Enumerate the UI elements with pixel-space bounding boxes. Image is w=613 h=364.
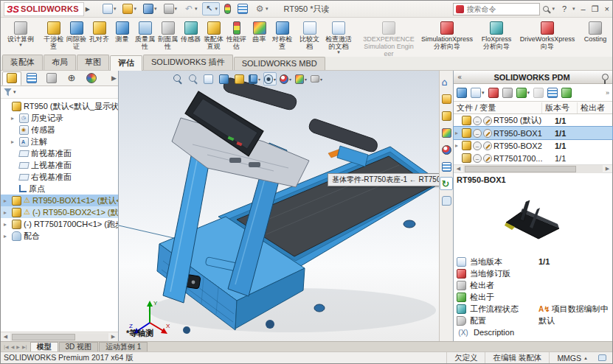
- ribbon-button-design-study[interactable]: 设计算例 ▾: [4, 19, 38, 48]
- open-button[interactable]: ▾: [120, 2, 139, 15]
- apply-scene-button[interactable]: ▾: [294, 72, 308, 85]
- ribbon-button-performance-evaluation[interactable]: 性能评估: [225, 19, 248, 51]
- appearance-toggle-button[interactable]: [222, 2, 233, 15]
- pdm-row-rt7501700[interactable]: – RT7501700... 1/1: [454, 152, 612, 164]
- tab-layout[interactable]: 布局: [44, 55, 76, 70]
- expander-icon[interactable]: ▸: [455, 130, 460, 136]
- column-version[interactable]: 版本号: [542, 102, 578, 113]
- taskpane-home-button[interactable]: ⌂: [440, 75, 453, 88]
- ribbon-button-measure[interactable]: 测量: [111, 19, 134, 43]
- get-version-button[interactable]: ▾: [471, 88, 485, 98]
- treadmill-model[interactable]: Y X Z: [119, 71, 439, 341]
- scroll-left-icon[interactable]: ◀: [1, 334, 10, 340]
- tree-item-annotations[interactable]: ▸注解: [1, 136, 118, 147]
- taskpane-pdm-button[interactable]: ↻: [440, 177, 453, 190]
- ribbon-button-compare-documents[interactable]: 比较文档: [298, 19, 321, 51]
- check-in-icon[interactable]: [502, 88, 513, 98]
- tab-solidworks-mbd[interactable]: SOLIDWORKS MBD: [234, 57, 325, 70]
- tab-configuration-manager[interactable]: [42, 71, 61, 85]
- expander-icon[interactable]: ▸: [11, 115, 17, 122]
- ribbon-button-curvature[interactable]: 曲率: [248, 19, 271, 43]
- options-list-button[interactable]: [235, 2, 250, 15]
- get-latest-version-icon[interactable]: [457, 88, 467, 98]
- solidworks-logo[interactable]: ЗS SOLIDWORKS: [4, 2, 84, 16]
- ribbon-button-sustainability[interactable]: Sustainability: [612, 19, 612, 43]
- previous-view-button[interactable]: [201, 72, 215, 85]
- taskpane-design-library-button[interactable]: [440, 92, 453, 105]
- settings-button[interactable]: ⚙▾: [252, 2, 271, 15]
- file-list-icon[interactable]: [561, 88, 572, 98]
- taskpane-file-explorer-button[interactable]: [440, 109, 453, 122]
- ribbon-button-costing[interactable]: Costing: [579, 19, 612, 43]
- ribbon-button-section-properties[interactable]: 剖面属性: [156, 19, 179, 51]
- ribbon-button-sensor[interactable]: 传感器: [179, 19, 202, 43]
- tree-item-mates[interactable]: ▸配合: [1, 230, 118, 242]
- scroll-thumb[interactable]: [465, 166, 576, 172]
- command-search-box[interactable]: [453, 3, 540, 15]
- ribbon-button-mass-properties[interactable]: 质量属性: [134, 19, 156, 51]
- ribbon-button-hole-alignment[interactable]: 孔对齐: [88, 19, 111, 43]
- toolbar-overflow-icon[interactable]: »: [606, 89, 609, 97]
- tree-item-rt950-box1[interactable]: ▸⚠RT950-BOX1<1> (默认<默认_: [1, 195, 118, 206]
- tree-filter-bar[interactable]: ▾: [1, 86, 118, 99]
- tree-item-origin[interactable]: 原点: [1, 183, 118, 195]
- change-state-button[interactable]: ▾: [516, 88, 530, 98]
- tab-motion-study-1[interactable]: 运动算例 1: [99, 342, 148, 351]
- view-orientation-button[interactable]: ▾: [248, 72, 261, 85]
- feature-tree-hscrollbar[interactable]: ◀ ▶: [1, 332, 118, 341]
- tree-item-top-plane[interactable]: 上视基准面: [1, 159, 118, 171]
- tree-item-rt950-box2[interactable]: ▸⚠(-) RT950-BOX2<1> (默认<默: [1, 206, 118, 218]
- save-button[interactable]: ▾: [141, 2, 159, 15]
- zoom-to-fit-button[interactable]: [170, 72, 184, 85]
- pdm-hscrollbar[interactable]: ◀ ▶: [454, 164, 612, 173]
- section-view-button[interactable]: [217, 72, 230, 85]
- search-magnifier-icon[interactable]: [543, 6, 549, 12]
- ribbon-button-clearance-verify[interactable]: 间隙验证: [65, 19, 88, 51]
- tab-3d-views[interactable]: 3D 视图: [59, 342, 99, 351]
- scroll-track[interactable]: [10, 333, 108, 341]
- minimize-button[interactable]: –: [581, 4, 586, 13]
- scroll-track[interactable]: [463, 165, 603, 173]
- tab-dimxpert-manager[interactable]: ⊕: [62, 71, 81, 85]
- tab-property-manager[interactable]: [22, 71, 41, 85]
- taskpane-appearances-button[interactable]: [440, 143, 453, 156]
- taskpane-custom-properties-button[interactable]: [440, 160, 453, 173]
- display-style-button[interactable]: ▾: [263, 72, 277, 85]
- view-settings-button[interactable]: ▾: [310, 72, 323, 85]
- prev-tab-icon[interactable]: ◀: [10, 344, 15, 349]
- tab-solidworks-addins[interactable]: SOLIDWORKS 插件: [143, 55, 233, 70]
- print-button[interactable]: ▾: [162, 2, 180, 15]
- select-button[interactable]: ↖▾: [202, 2, 221, 15]
- tree-item-history[interactable]: ▸历史记录: [1, 112, 118, 124]
- tree-item-sensors[interactable]: 传感器: [1, 124, 118, 136]
- first-tab-icon[interactable]: |◀: [3, 344, 10, 349]
- dynamic-annotation-button[interactable]: [232, 72, 246, 85]
- tree-item-root[interactable]: RT950 (默认<默认_显示状态-1>): [1, 100, 118, 112]
- ribbon-button-floxpress[interactable]: FloXpress 分析向导: [477, 19, 516, 51]
- restore-button[interactable]: ❐: [592, 4, 599, 14]
- tab-assembly[interactable]: 装配体: [2, 55, 43, 70]
- edit-appearance-button[interactable]: ▾: [279, 72, 292, 85]
- expander-icon[interactable]: ▸: [455, 142, 460, 149]
- scroll-right-icon[interactable]: ▶: [108, 334, 118, 340]
- tree-item-rt7501700ch[interactable]: ▸(-) RT7501700CH<1> (跑步带<<跑: [1, 218, 118, 230]
- status-comment-icon[interactable]: [598, 354, 606, 361]
- tree-item-right-plane[interactable]: 右视基准面: [1, 171, 118, 183]
- tab-feature-manager[interactable]: [2, 71, 21, 85]
- ribbon-button-assembly-visualization[interactable]: 装配体直观: [202, 19, 225, 51]
- pdm-row-rt950-box1[interactable]: ▸– RT950-BOX1 1/1: [454, 127, 612, 139]
- ribbon-button-symmetry-check[interactable]: 对称检查: [271, 19, 294, 51]
- pdm-row-rt950[interactable]: – RT950 (默认) 1/1: [454, 114, 612, 127]
- help-button[interactable]: ?: [562, 4, 567, 13]
- undo-button[interactable]: ↶▾: [181, 2, 200, 15]
- scroll-thumb[interactable]: [12, 334, 75, 340]
- scroll-left-icon[interactable]: ◀: [454, 166, 463, 172]
- status-units-dropdown[interactable]: MMGS▲: [549, 352, 595, 363]
- column-file-variable[interactable]: 文件 / 变量: [454, 102, 542, 113]
- show-tree-icon[interactable]: [547, 88, 558, 98]
- tab-model[interactable]: 模型: [30, 342, 58, 351]
- last-tab-icon[interactable]: ▶|: [21, 344, 28, 349]
- ribbon-button-simulationxpress[interactable]: SimulationXpress 分析向导: [417, 19, 477, 51]
- zoom-to-area-button[interactable]: [186, 72, 199, 85]
- tab-display-manager[interactable]: [82, 71, 101, 85]
